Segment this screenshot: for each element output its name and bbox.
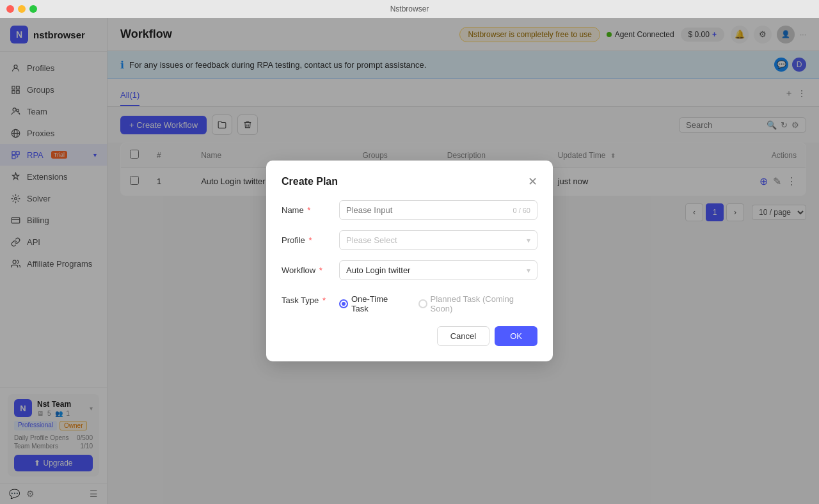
name-input[interactable]: [346, 205, 513, 215]
profile-placeholder: Please Select: [346, 235, 397, 245]
task-type-radio-group: One-Time Task Planned Task (Coming Soon): [339, 290, 537, 313]
workflow-label: Workflow *: [282, 260, 339, 275]
titlebar: Nstbrowser: [0, 0, 819, 18]
profile-field-row: Profile * Please Select ▾: [282, 230, 537, 250]
one-time-radio-dot: [339, 299, 348, 308]
workflow-field-row: Workflow * Auto Login twitter ▾: [282, 260, 537, 280]
maximize-button[interactable]: [29, 5, 37, 13]
workflow-chevron-icon: ▾: [527, 266, 530, 275]
name-control: 0 / 60: [339, 200, 537, 220]
close-button[interactable]: [6, 5, 14, 13]
window-controls: [6, 5, 37, 13]
profile-chevron-icon: ▾: [527, 236, 530, 245]
one-time-task-option[interactable]: One-Time Task: [339, 294, 407, 313]
cancel-button[interactable]: Cancel: [437, 326, 489, 346]
name-label: Name *: [282, 200, 339, 215]
ok-button[interactable]: OK: [495, 326, 537, 346]
name-required: *: [307, 205, 310, 215]
modal-close-button[interactable]: ✕: [528, 176, 537, 187]
task-type-field-row: Task Type * One-Time Task Planned Task (…: [282, 290, 537, 313]
planned-radio-dot: [418, 299, 427, 308]
char-count: 0 / 60: [513, 207, 530, 214]
profile-required: *: [308, 235, 312, 245]
modal-footer: Cancel OK: [282, 326, 537, 346]
profile-select[interactable]: Please Select ▾: [339, 230, 537, 250]
name-field-row: Name * 0 / 60: [282, 200, 537, 220]
workflow-control: Auto Login twitter ▾: [339, 260, 537, 280]
modal-overlay: Create Plan ✕ Name * 0 / 60 Profile *: [0, 18, 819, 504]
task-type-required: *: [322, 295, 326, 305]
profile-control: Please Select ▾: [339, 230, 537, 250]
planned-task-option[interactable]: Planned Task (Coming Soon): [418, 294, 537, 313]
workflow-select[interactable]: Auto Login twitter ▾: [339, 260, 537, 280]
profile-label: Profile *: [282, 230, 339, 245]
minimize-button[interactable]: [18, 5, 26, 13]
modal-title: Create Plan: [282, 176, 338, 187]
create-plan-modal: Create Plan ✕ Name * 0 / 60 Profile *: [266, 161, 553, 361]
task-type-control: One-Time Task Planned Task (Coming Soon): [339, 290, 537, 313]
workflow-required: *: [319, 265, 322, 275]
modal-header: Create Plan ✕: [282, 176, 537, 187]
workflow-value: Auto Login twitter: [346, 265, 410, 275]
window-title: Nstbrowser: [390, 4, 429, 13]
name-input-wrapper: 0 / 60: [339, 200, 537, 220]
task-type-label: Task Type *: [282, 290, 339, 305]
